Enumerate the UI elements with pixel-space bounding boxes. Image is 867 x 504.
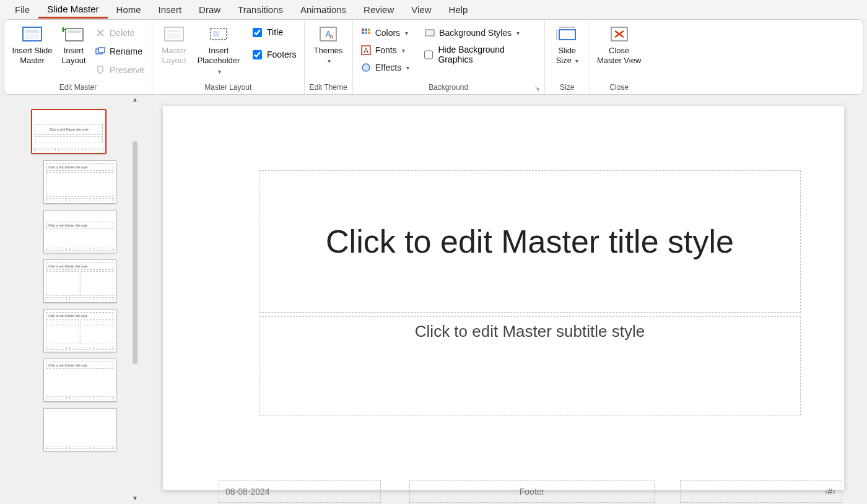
- group-label-close: Close: [595, 81, 643, 94]
- chevron-down-icon: ▾: [402, 47, 405, 54]
- svg-rect-13: [167, 33, 181, 39]
- tab-animations[interactable]: Animations: [292, 2, 355, 17]
- insert-layout-label: Insert Layout: [59, 46, 89, 66]
- layout-thumbnail-1[interactable]: Click to edit Master title style: [43, 160, 116, 204]
- slide-editor: Click to edit Master title style Click t…: [140, 95, 867, 503]
- layout-thumbnail-5[interactable]: Click to edit Master title style: [43, 358, 116, 402]
- slide-number-placeholder[interactable]: ‹#›: [680, 480, 842, 503]
- slide-size-button[interactable]: Slide Size ▾: [550, 24, 585, 67]
- close-icon: [609, 25, 630, 43]
- svg-rect-10: [98, 48, 105, 53]
- tab-draw[interactable]: Draw: [190, 2, 229, 17]
- svg-rect-29: [559, 30, 575, 40]
- layout-thumbnail-2[interactable]: Click to edit Master title style: [43, 210, 116, 253]
- master-thumbnail[interactable]: Click to edit Master title style: [31, 109, 107, 154]
- title-checkbox-label: Title: [267, 27, 283, 37]
- scroll-down-icon[interactable]: ▼: [131, 493, 139, 503]
- fonts-button[interactable]: A Fonts▾: [358, 42, 412, 58]
- scroll-thumb[interactable]: [133, 141, 137, 364]
- preserve-button[interactable]: Preserve: [92, 62, 147, 78]
- delete-label: Delete: [110, 28, 134, 38]
- thumb-title: Click to edit Master title style: [46, 263, 113, 270]
- svg-rect-15: [213, 31, 219, 37]
- background-dialog-launcher[interactable]: ↘: [534, 85, 539, 92]
- footer-placeholder[interactable]: Footer: [409, 480, 655, 503]
- slide-size-label: Slide Size ▾: [551, 46, 583, 66]
- colors-label: Colors: [375, 28, 400, 38]
- footers-checkbox[interactable]: [253, 50, 262, 59]
- master-layout-button[interactable]: Master Layout: [157, 24, 191, 67]
- background-styles-button[interactable]: Background Styles▾: [422, 25, 539, 41]
- title-placeholder[interactable]: Click to edit Master title style: [259, 170, 801, 313]
- insert-placeholder-button[interactable]: Insert Placeholder ▾: [193, 24, 244, 77]
- chevron-down-icon: ▾: [575, 58, 578, 64]
- title-checkbox-row[interactable]: Title: [250, 25, 298, 40]
- themes-button[interactable]: Aa Themes▾: [310, 24, 346, 67]
- rename-label: Rename: [110, 46, 142, 56]
- group-master-layout: Master Layout Insert Placeholder ▾ Title…: [152, 20, 304, 94]
- master-layout-icon: [162, 25, 186, 43]
- title-checkbox[interactable]: [253, 28, 262, 37]
- background-styles-label: Background Styles: [439, 28, 512, 38]
- svg-rect-20: [365, 28, 367, 31]
- master-layout-label: Master Layout: [159, 46, 190, 66]
- thumb-title: Click to edit Master title style: [35, 124, 103, 135]
- group-label-background: Background ↘: [358, 81, 539, 94]
- group-close: Close Master View Close: [590, 20, 648, 94]
- group-background: Colors▾ A Fonts▾ Effects▾ Background Sty…: [353, 20, 545, 94]
- scroll-up-icon[interactable]: ▲: [131, 95, 139, 104]
- effects-label: Effects: [375, 63, 402, 72]
- date-placeholder[interactable]: 08-08-2024: [219, 480, 381, 503]
- colors-icon: [360, 27, 372, 38]
- delete-icon: [95, 27, 106, 38]
- effects-button[interactable]: Effects▾: [358, 59, 412, 76]
- chevron-down-icon: ▾: [516, 30, 520, 37]
- tab-home[interactable]: Home: [108, 2, 150, 17]
- preserve-label: Preserve: [110, 65, 144, 75]
- close-master-view-button[interactable]: Close Master View: [595, 24, 643, 67]
- themes-label: Themes▾: [314, 46, 343, 66]
- tab-view[interactable]: View: [403, 2, 440, 17]
- chevron-down-icon: ▾: [328, 58, 331, 64]
- hide-bg-checkbox[interactable]: [424, 50, 433, 59]
- rename-button[interactable]: Rename: [92, 43, 147, 59]
- svg-rect-4: [68, 30, 81, 33]
- rename-icon: [95, 46, 106, 57]
- group-label-master-layout: Master Layout: [157, 81, 298, 94]
- slide-canvas[interactable]: Click to edit Master title style Click t…: [163, 106, 844, 490]
- thumb-title: Click to edit Master title style: [46, 222, 113, 229]
- tab-review[interactable]: Review: [355, 2, 403, 17]
- svg-point-27: [362, 64, 370, 71]
- insert-placeholder-icon: [207, 25, 230, 43]
- group-label-size: Size: [550, 81, 585, 94]
- layout-thumbnail-3[interactable]: Click to edit Master title style: [43, 259, 116, 303]
- insert-slide-master-label: Insert Slide Master: [11, 46, 54, 66]
- tab-insert[interactable]: Insert: [150, 2, 191, 17]
- chevron-down-icon: ▾: [218, 68, 221, 75]
- footers-checkbox-row[interactable]: Footers: [250, 47, 298, 62]
- hide-bg-label: Hide Background Graphics: [438, 45, 536, 64]
- themes-icon: Aa: [318, 25, 339, 43]
- tab-slide-master[interactable]: Slide Master: [38, 1, 107, 19]
- subtitle-placeholder[interactable]: Click to edit Master subtitle style: [259, 316, 801, 415]
- close-master-label: Close Master View: [596, 46, 642, 66]
- svg-rect-1: [25, 30, 39, 33]
- thumbnail-scrollbar[interactable]: ▲ ▼: [130, 95, 140, 503]
- group-size: Slide Size ▾ Size: [545, 20, 590, 94]
- group-label-edit-theme: Edit Theme: [310, 81, 347, 94]
- layout-thumbnail-4[interactable]: Click to edit Master title style: [43, 309, 116, 352]
- footers-checkbox-label: Footers: [267, 50, 296, 59]
- svg-rect-19: [362, 28, 364, 31]
- tab-help[interactable]: Help: [440, 2, 477, 17]
- scroll-track[interactable]: [130, 104, 140, 493]
- delete-button[interactable]: Delete: [92, 25, 147, 41]
- layout-thumbnail-6[interactable]: [43, 408, 116, 451]
- colors-button[interactable]: Colors▾: [358, 25, 412, 41]
- insert-layout-icon: [62, 25, 85, 43]
- group-edit-theme: Aa Themes▾ Edit Theme: [305, 20, 353, 94]
- tab-file[interactable]: File: [6, 2, 38, 17]
- hide-bg-checkbox-row[interactable]: Hide Background Graphics: [422, 42, 539, 67]
- tab-transitions[interactable]: Transitions: [229, 2, 292, 17]
- insert-layout-button[interactable]: Insert Layout: [58, 24, 90, 67]
- insert-slide-master-button[interactable]: Insert Slide Master: [9, 24, 55, 67]
